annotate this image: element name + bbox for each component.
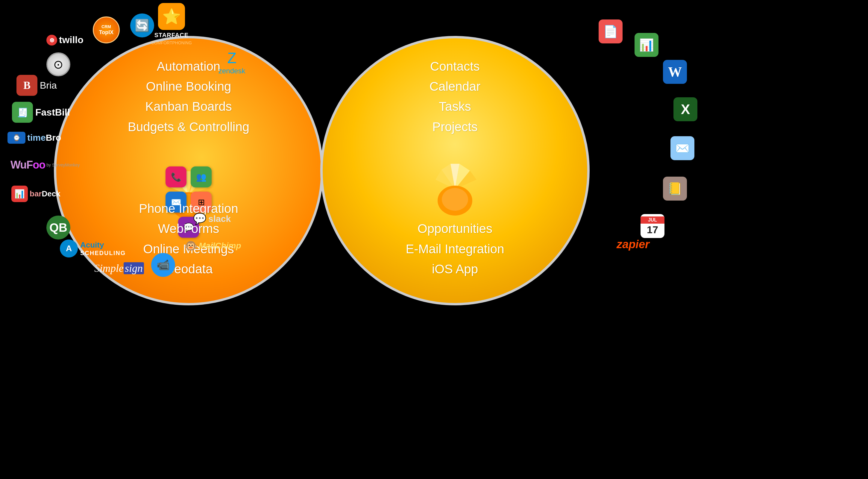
sun-graphic-right [413,153,497,219]
bardock-icon: 📊 barDeck [11,186,60,202]
simplesign-icon: Simplesign [94,262,144,274]
pages-icon: 📄 [599,20,623,43]
zendesk-icon: Z zendesk [218,50,245,75]
mail-icon: ✉️ [671,136,694,160]
zapier-icon: zapier [617,238,650,251]
timebro-icon: ⌚ timeBro [7,132,61,144]
right-circle: Contacts Calendar Tasks Projects Opportu… [320,36,590,305]
cluster-phone-icon: 📞 [165,167,186,187]
quickbooks-icon: QB [46,215,70,239]
sync-icon: 🔄 [130,13,154,37]
excel-icon: X [674,97,698,121]
calendar-icon: JUL 17 [641,214,664,238]
acuity-scheduling-icon: A Acuity SCHEDULING [60,239,126,258]
twilio-icon: ⊛ twillo [46,34,84,46]
right-circle-bottom-items: Opportunities E-Mail Integration iOS App [323,218,587,279]
contacts-book-icon: 📒 [663,177,687,201]
mailchimp-icon: 🐵 MailChimp [184,239,241,252]
topix-icon: CRMTopIX [93,17,120,43]
svg-point-14 [442,188,468,211]
cluster-team-icon: 👥 [191,167,212,187]
word-icon: W [663,60,687,84]
zoom-icon: 📹 [151,253,175,277]
bria-icon: B Bria [17,75,57,96]
fastbill-icon: 🧾 FastBill [12,102,70,123]
slack-icon: 💬 slack [193,213,231,225]
numbers-icon: 📊 [634,33,658,57]
starface-icon: ⭐ STARFACE COMFORTPHONING [151,3,192,45]
right-circle-top-items: Contacts Calendar Tasks Projects [430,56,480,137]
clockwork-icon: ⊙ [46,52,70,76]
wufoo-icon: WuFoo by SurveyMonkey [10,159,80,171]
